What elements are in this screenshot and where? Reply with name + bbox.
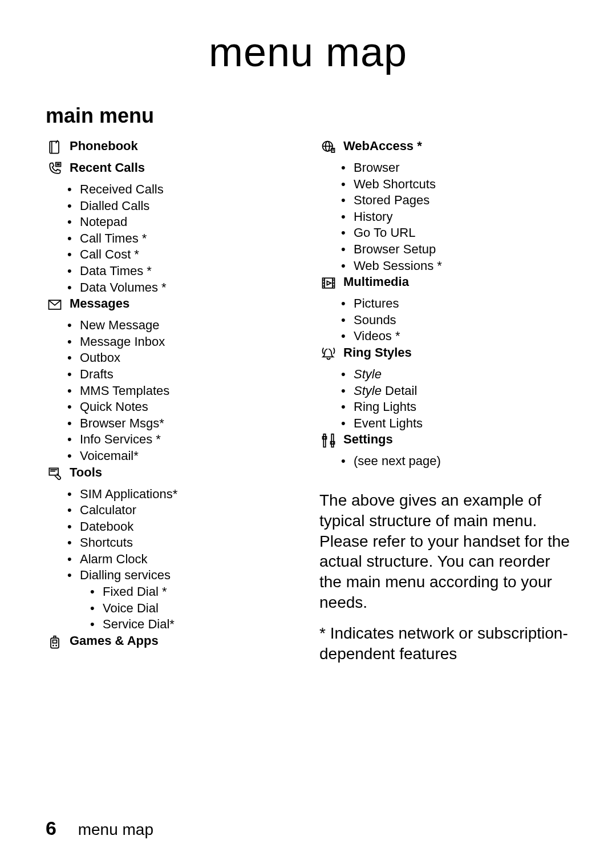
menu-item: Stored Pages xyxy=(354,192,570,209)
menu-item: Style xyxy=(354,366,570,383)
menu-item: Data Times * xyxy=(80,263,297,280)
menu-subitem: Voice Dial xyxy=(103,600,297,617)
menu-item: Browser Msgs* xyxy=(80,415,297,432)
menu-item: Dialling servicesFixed Dial *Voice DialS… xyxy=(80,567,297,632)
page-title: menu map xyxy=(46,29,570,75)
menu-section: Games & Apps xyxy=(46,633,297,652)
paragraph: * Indicates network or subscription-depe… xyxy=(319,623,570,664)
menu-heading: Settings xyxy=(343,431,570,448)
footer: 6 menu map xyxy=(46,817,153,839)
menu-item: Style Detail xyxy=(354,383,570,399)
menu-items: SIM Applications*CalculatorDatebookShort… xyxy=(46,486,297,633)
menu-item: Call Times * xyxy=(80,231,297,247)
menu-section: Phonebook xyxy=(46,138,297,158)
menu-section: WebAccess * xyxy=(319,138,570,158)
menu-section: Ring Styles xyxy=(319,345,570,364)
menu-item: Browser xyxy=(354,160,570,176)
menu-item: Drafts xyxy=(80,366,297,383)
svg-point-8 xyxy=(52,645,54,647)
menu-heading: Multimedia xyxy=(343,274,570,290)
paragraph: The above gives an example of typical st… xyxy=(319,490,570,613)
menu-section: Multimedia xyxy=(319,274,570,293)
tools-icon xyxy=(46,465,70,484)
menu-item: MMS Templates xyxy=(80,383,297,399)
menu-item: Calculator xyxy=(80,502,297,519)
menu-item: Browser Setup xyxy=(354,241,570,258)
menu-item: Notepad xyxy=(80,214,297,231)
body-text: The above gives an example of typical st… xyxy=(319,490,570,664)
menu-heading: WebAccess * xyxy=(343,138,570,155)
svg-rect-0 xyxy=(50,142,59,154)
menu-item: New Message xyxy=(80,317,297,334)
svg-point-9 xyxy=(55,645,57,647)
menu-item: Received Calls xyxy=(80,181,297,198)
menu-item: Ring Lights xyxy=(354,399,570,415)
games-icon xyxy=(46,633,70,652)
menu-heading: Games & Apps xyxy=(70,633,297,649)
menu-subitem: Service Dial* xyxy=(103,616,297,633)
menu-items: StyleStyle DetailRing LightsEvent Lights xyxy=(319,366,570,431)
menu-items: Received CallsDialled CallsNotepadCall T… xyxy=(46,181,297,296)
menu-item: Sounds xyxy=(354,312,570,329)
menu-heading: Recent Calls xyxy=(70,160,297,176)
menu-item: Voicemail* xyxy=(80,448,297,465)
menu-items: New MessageMessage InboxOutboxDraftsMMS … xyxy=(46,317,297,464)
svg-point-26 xyxy=(324,434,325,435)
footer-label: menu map xyxy=(78,821,153,838)
menu-item: (see next page) xyxy=(354,453,570,470)
svg-rect-22 xyxy=(323,434,326,447)
menu-item: Outbox xyxy=(80,350,297,366)
menu-item: SIM Applications* xyxy=(80,486,297,503)
menu-items: BrowserWeb ShortcutsStored PagesHistoryG… xyxy=(319,160,570,274)
menu-item: Web Sessions * xyxy=(354,258,570,274)
menu-heading: Tools xyxy=(70,465,297,481)
menu-items: PicturesSoundsVideos * xyxy=(319,296,570,345)
menu-item: Event Lights xyxy=(354,415,570,432)
menu-section: Settings xyxy=(319,431,570,451)
menu-item: Dialled Calls xyxy=(80,198,297,215)
svg-point-27 xyxy=(332,434,333,435)
menu-item: Web Shortcuts xyxy=(354,176,570,193)
settings-icon xyxy=(319,431,343,451)
menu-section: Tools xyxy=(46,465,297,484)
multimedia-icon xyxy=(319,274,343,293)
left-column: PhonebookRecent CallsReceived CallsDiall… xyxy=(46,138,297,675)
phonebook-icon xyxy=(46,138,70,158)
menu-section: Recent Calls xyxy=(46,160,297,179)
menu-subitems: Fixed Dial *Voice DialService Dial* xyxy=(80,584,297,633)
menu-heading: Messages xyxy=(70,296,297,312)
menu-item: Videos * xyxy=(354,328,570,345)
menu-section: Messages xyxy=(46,296,297,315)
menu-item: Info Services * xyxy=(80,431,297,448)
menu-heading: Phonebook xyxy=(70,138,297,155)
menu-item: Datebook xyxy=(80,519,297,535)
menu-heading: Ring Styles xyxy=(343,345,570,361)
menu-item: Pictures xyxy=(354,296,570,312)
menu-subitem: Fixed Dial * xyxy=(103,584,297,600)
webaccess-icon xyxy=(319,138,343,158)
menu-item: Go To URL xyxy=(354,225,570,241)
menu-item: Alarm Clock xyxy=(80,551,297,568)
svg-rect-24 xyxy=(331,434,334,447)
section-title: main menu xyxy=(46,104,570,128)
menu-item: Message Inbox xyxy=(80,334,297,350)
svg-rect-7 xyxy=(53,640,57,643)
recent-calls-icon xyxy=(46,160,70,179)
menu-item: Shortcuts xyxy=(80,535,297,551)
columns: PhonebookRecent CallsReceived CallsDiall… xyxy=(46,138,570,675)
menu-item: Data Volumes * xyxy=(80,280,297,296)
menu-items: (see next page) xyxy=(319,453,570,470)
menu-item: Call Cost * xyxy=(80,247,297,263)
menu-item: History xyxy=(354,209,570,225)
right-column: WebAccess *BrowserWeb ShortcutsStored Pa… xyxy=(319,138,570,675)
messages-icon xyxy=(46,296,70,315)
ringstyles-icon xyxy=(319,345,343,364)
menu-item: Quick Notes xyxy=(80,399,297,415)
page-number: 6 xyxy=(46,817,56,839)
